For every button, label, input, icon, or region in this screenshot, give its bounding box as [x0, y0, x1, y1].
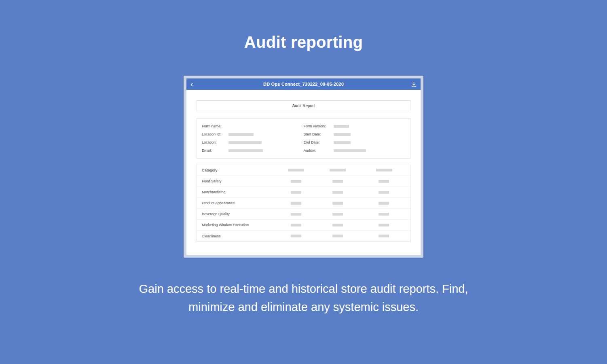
field-label: Auditor:	[304, 148, 334, 152]
table-body: Food SafetyMerchandisingProduct Appearan…	[197, 176, 410, 241]
score-placeholder	[291, 191, 301, 194]
form-column-left: Form name:Location ID:Location:Email:	[202, 122, 304, 154]
field-value-placeholder	[334, 133, 351, 136]
score-placeholder	[332, 213, 343, 216]
table-row: Marketing Window Execution	[197, 220, 410, 231]
app-header-title: DD Ops Connect_730222_09-05-2020	[199, 82, 408, 87]
form-field-left-1: Location ID:	[202, 130, 304, 138]
field-label: Location:	[202, 140, 228, 144]
category-label: Beverage Quality	[202, 212, 230, 216]
field-label: Start Date:	[304, 132, 334, 136]
score-placeholder	[332, 191, 343, 194]
form-field-left-2: Location:	[202, 138, 304, 146]
download-icon[interactable]	[408, 80, 417, 88]
score-placeholder	[379, 202, 389, 205]
field-value-placeholder	[334, 149, 366, 152]
category-label: Cleanliness	[202, 234, 221, 238]
table-header-label: Category	[202, 168, 218, 172]
score-placeholder	[291, 202, 301, 205]
score-placeholder	[379, 213, 389, 216]
page-title: Audit reporting	[0, 0, 607, 51]
report-form-box: Form name:Location ID:Location:Email: Fo…	[197, 118, 410, 159]
report-title: Audit Report	[292, 104, 315, 108]
score-placeholder	[379, 224, 389, 226]
app-header-bar: ‹ DD Ops Connect_730222_09-05-2020	[186, 78, 421, 90]
category-label: Marketing Window Execution	[202, 223, 249, 227]
page-background: Audit reporting ‹ DD Ops Connect_730222_…	[0, 0, 607, 364]
column-header-placeholder	[330, 169, 346, 171]
form-field-right-0: Form version:	[304, 122, 406, 130]
form-field-left-0: Form name:	[202, 122, 304, 130]
score-placeholder	[379, 180, 389, 183]
page-description: Gain access to real-time and historical …	[102, 280, 506, 316]
form-field-left-3: Email:	[202, 146, 304, 154]
field-value-placeholder	[228, 133, 254, 136]
field-value-placeholder	[334, 141, 351, 144]
field-value-placeholder	[334, 125, 349, 128]
table-header-row: Category	[197, 164, 410, 176]
back-icon[interactable]: ‹	[190, 79, 199, 89]
field-label: Form name:	[202, 124, 228, 128]
field-label: Form version:	[304, 124, 334, 128]
category-label: Merchandising	[202, 190, 226, 194]
score-placeholder	[291, 224, 301, 226]
score-placeholder	[332, 202, 343, 205]
form-column-right: Form version:Start Date:End Date:Auditor…	[304, 122, 406, 154]
score-placeholder	[379, 235, 389, 237]
column-header-placeholder	[288, 169, 304, 171]
report-title-box: Audit Report	[197, 100, 410, 111]
field-label: Location ID:	[202, 132, 228, 136]
field-label: End Date:	[304, 140, 334, 144]
form-field-right-1: Start Date:	[304, 130, 406, 138]
table-row: Cleanliness	[197, 231, 410, 241]
table-row: Beverage Quality	[197, 209, 410, 220]
field-label: Email:	[202, 148, 228, 152]
table-row: Merchandising	[197, 187, 410, 198]
score-placeholder	[291, 180, 301, 183]
report-table: Category Food SafetyMerchandisingProduct…	[197, 164, 410, 242]
score-placeholder	[332, 224, 343, 226]
description-line-2: minimize and eliminate any systemic issu…	[188, 301, 419, 313]
score-placeholder	[291, 213, 301, 216]
report-content: Audit Report Form name:Location ID:Locat…	[186, 90, 421, 255]
field-value-placeholder	[228, 149, 263, 152]
app-screenshot-card: ‹ DD Ops Connect_730222_09-05-2020 Audit…	[184, 76, 423, 258]
score-placeholder	[332, 235, 343, 237]
score-placeholder	[379, 191, 389, 194]
column-header-placeholder	[376, 169, 392, 171]
description-line-1: Gain access to real-time and historical …	[139, 282, 468, 295]
category-label: Food Safety	[202, 179, 222, 183]
category-label: Product Appearance	[202, 201, 235, 205]
form-field-right-2: End Date:	[304, 138, 406, 146]
form-field-right-3: Auditor:	[304, 146, 406, 154]
score-placeholder	[332, 180, 343, 183]
score-placeholder	[291, 235, 301, 237]
table-row: Food Safety	[197, 176, 410, 187]
field-value-placeholder	[228, 141, 262, 144]
table-row: Product Appearance	[197, 198, 410, 209]
